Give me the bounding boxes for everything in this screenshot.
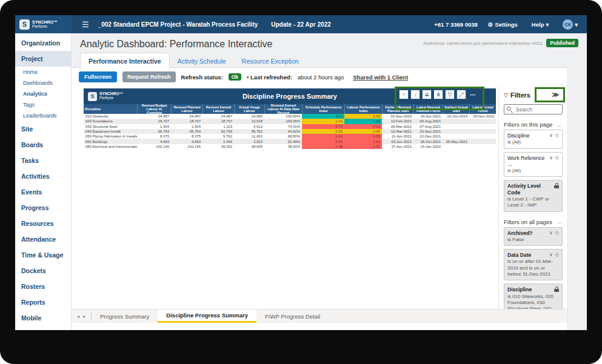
shared-with-link[interactable]: Shared with 1 Client — [349, 73, 412, 81]
dashboard-tab[interactable]: Resource Exception — [234, 53, 307, 70]
filter-card[interactable]: Discipline ∨ ◇ is 010 Siteworks, 020 Fou… — [504, 283, 563, 309]
sidebar-item[interactable]: Dashboards — [15, 78, 71, 88]
update-date-label: Update - 22 Apr 2022 — [271, 21, 331, 28]
report-page-tab[interactable]: FIWP Progress Detail — [256, 309, 329, 323]
sidebar-item[interactable]: Analytics — [15, 88, 71, 99]
focus-mode-icon[interactable]: ⤢ — [457, 90, 466, 99]
drill-up-icon[interactable]: ↑ — [399, 90, 409, 99]
report-page-tab[interactable]: Discipline Progress Summary — [158, 309, 256, 323]
user-menu[interactable]: CK ▾ — [559, 19, 581, 30]
table-row[interactable]: 020 Foundations 18,707 18,707 18,707 13,… — [84, 119, 496, 124]
column-header[interactable]: Actual Usage Labour — [234, 104, 264, 114]
sidebar-item[interactable]: Home — [15, 67, 71, 78]
sidebar-item[interactable]: Boards — [15, 137, 71, 153]
lock-icon — [554, 286, 559, 292]
more-options-icon[interactable]: … — [557, 219, 563, 225]
filter-card[interactable]: Work Reference ... ∨ ◇ is (All) — [504, 152, 563, 177]
chevron-down-icon[interactable]: ∨ — [549, 230, 553, 236]
sidebar-item[interactable]: Site — [15, 121, 71, 137]
budget-labour-cell: 4,660 — [137, 139, 171, 144]
column-header[interactable]: Schedule Performance Index — [302, 104, 344, 114]
column-header[interactable]: Earliest Revised Planned Start — [382, 104, 413, 114]
earned-percent-cell: 38.43% — [264, 144, 302, 149]
column-header[interactable]: Latest Actual Finish — [469, 104, 496, 114]
chevron-down-icon[interactable]: ∨ — [549, 252, 553, 257]
expand-all-icon[interactable]: ⋔ — [433, 90, 443, 99]
budget-labour-cell: 1,504 — [137, 124, 171, 129]
drill-next-level-icon[interactable]: ⇊ — [422, 90, 432, 99]
report-page-tab[interactable]: Progress Summary — [92, 309, 158, 323]
sidebar-item[interactable]: Progress — [15, 200, 71, 216]
table-row[interactable]: 030 Structural Steel 1,504 1,504 1,119 4… — [84, 124, 496, 129]
eraser-icon[interactable]: ◇ — [555, 133, 559, 138]
chevron-down-icon[interactable]: ∨ — [549, 155, 553, 160]
reference-label: Reference: camel-demo-poc-performance-in… — [423, 41, 543, 46]
avatar: CK — [563, 19, 573, 30]
earned-labour-cell: 39,252 — [202, 144, 234, 149]
table-row[interactable]: 080 Electrical and Instrumentation 102,1… — [84, 144, 496, 149]
column-header[interactable]: Earliest Actual Start — [443, 104, 469, 114]
sidebar-item[interactable]: Tags — [15, 99, 71, 110]
column-header[interactable]: Revised Budget Labour At Complete — [137, 104, 171, 114]
chevron-down-icon[interactable]: ∨ — [549, 133, 553, 138]
sidebar-item[interactable]: Tasks — [15, 153, 71, 168]
filter-card[interactable]: Data Date ∨ ◇ is on or after 01-Mar-2019… — [504, 249, 563, 280]
table-row[interactable]: 040 Equipment Install 55,793 55,793 52,7… — [84, 129, 496, 134]
logo-secondary: Perform — [32, 24, 58, 28]
eraser-icon[interactable]: ◇ — [555, 252, 559, 257]
last-refreshed-value: about 2 hours ago — [298, 74, 344, 81]
column-header[interactable]: Revised Planned Labour — [171, 104, 202, 114]
sidebar-item[interactable]: Time & Usage — [15, 247, 71, 263]
next-page-icon[interactable]: ▸ — [83, 314, 85, 319]
filters-this-page-label: Filters on this page — [504, 121, 552, 128]
table-row[interactable]: 010 Siteworks 24,487 24,487 24,487 24,98… — [84, 114, 496, 119]
more-options-icon[interactable]: … — [557, 122, 563, 128]
app-logo: S SYNCHRO™ Perform — [15, 15, 72, 33]
sidebar-item[interactable]: Resources — [15, 216, 71, 231]
help-menu[interactable]: Help ▾ — [528, 21, 552, 28]
column-header[interactable]: Revised Earned Labour — [202, 104, 234, 114]
actual-usage-cell: 3,923 — [234, 139, 264, 144]
eraser-icon[interactable]: ◇ — [555, 230, 559, 236]
planned-finish-cell: 06-Aug-2021 — [413, 119, 443, 124]
sidebar-item[interactable]: Project — [15, 51, 71, 67]
column-header[interactable]: Discipline — [84, 104, 137, 114]
settings-button[interactable]: ⚙ Settings — [484, 21, 521, 28]
filter-card[interactable]: Archived? ∨ ◇ is False — [504, 227, 563, 247]
sidebar-item[interactable]: Rosters — [15, 279, 71, 294]
table-row[interactable]: 060 Buildings 4,660 4,660 2,446 3,923 52… — [84, 139, 496, 144]
sidebar-item[interactable]: Organization — [15, 35, 71, 51]
filter-card[interactable]: Discipline ∨ ◇ is (All) — [504, 130, 563, 149]
drill-down-icon[interactable]: ↓ — [410, 90, 420, 99]
collapse-filters-button[interactable]: ≫ — [548, 91, 563, 99]
lpi-cell: 0.95 — [344, 129, 382, 134]
sidebar-item[interactable]: Activities — [15, 168, 71, 184]
dashboard-tab[interactable]: Performance Interactive — [80, 53, 170, 70]
planned-finish-cell: 24-Apr-2021 — [413, 114, 443, 119]
menu-icon[interactable]: ☰ — [78, 19, 93, 30]
sidebar-item[interactable]: Events — [15, 184, 71, 200]
table-row[interactable]: 050 Piping Fabrication & Installation 8,… — [84, 134, 496, 139]
lpi-cell: 0.81 — [344, 144, 382, 149]
dashboard-tab[interactable]: Activity Schedule — [170, 53, 234, 70]
fullscreen-button[interactable]: Fullscreen — [79, 71, 117, 82]
sidebar-item[interactable]: Leaderboards — [15, 110, 71, 121]
sidebar-item[interactable]: Reports — [15, 294, 71, 310]
spi-cell: 0.52 — [302, 139, 344, 144]
visual-header-toolbar: ↑ ↓ ⇊ ⋔ ▽ ⤢ ⋯ — [399, 90, 478, 99]
column-header[interactable]: Latest Revised Planned Finish — [413, 104, 443, 114]
sidebar-item[interactable]: Dockets — [15, 263, 71, 279]
column-header[interactable]: Labour Performance Index — [344, 104, 382, 114]
previous-page-icon[interactable]: ◂ — [77, 314, 79, 319]
filter-icon[interactable]: ▽ — [445, 90, 455, 99]
column-header[interactable]: Revised Earned Labour At Data Date Perce… — [264, 104, 302, 114]
filter-card[interactable]: Activity Level Code ∨ ◇ is Level 1 - CWP… — [504, 180, 563, 211]
filter-search-input[interactable] — [515, 106, 560, 113]
eraser-icon[interactable]: ◇ — [555, 155, 559, 160]
sidebar-item[interactable]: Mobile — [15, 310, 71, 326]
lpi-cell: 0.98 — [344, 114, 382, 119]
sidebar-item[interactable]: Attendance — [15, 231, 71, 247]
request-refresh-button[interactable]: Request Refresh — [122, 71, 176, 82]
search-icon — [507, 107, 512, 112]
more-options-icon[interactable]: ⋯ — [468, 90, 478, 99]
